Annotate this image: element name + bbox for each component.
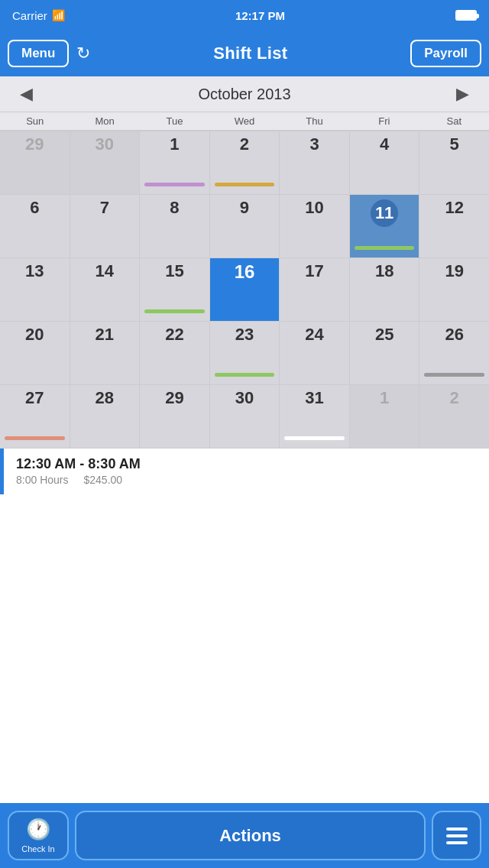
dow-tue: Tue	[140, 112, 209, 130]
calendar-day[interactable]: 1	[350, 385, 419, 448]
dow-mon: Mon	[70, 112, 139, 130]
calendar-day[interactable]: 21	[70, 322, 140, 384]
calendar-day[interactable]: 16	[210, 258, 280, 321]
header: Menu ↻ Shift List Payroll	[0, 31, 489, 76]
day-number: 22	[165, 326, 183, 343]
calendar-day[interactable]: 3	[280, 131, 349, 194]
calendar-day[interactable]: 25	[350, 322, 419, 384]
day-number: 21	[96, 326, 114, 343]
month-title: October 2013	[198, 86, 290, 103]
dow-thu: Thu	[280, 112, 349, 130]
calendar-day[interactable]: 24	[280, 322, 349, 384]
calendar-day[interactable]: 14	[70, 258, 140, 321]
status-left: Carrier 📶	[12, 9, 65, 22]
calendar-day[interactable]: 15	[140, 258, 209, 321]
calendar-day[interactable]: 29	[140, 385, 209, 448]
calendar-day[interactable]: 13	[0, 258, 70, 321]
day-number: 3	[309, 136, 319, 153]
day-number: 28	[96, 390, 114, 406]
day-number: 2	[240, 136, 249, 153]
empty-area	[0, 494, 489, 647]
shift-time-range: 12:30 AM - 8:30 AM	[16, 456, 477, 472]
day-number: 27	[25, 390, 44, 406]
day-number: 17	[305, 263, 323, 280]
event-bar	[5, 436, 65, 440]
checkin-button[interactable]: 🕐 Check In	[8, 811, 69, 860]
calendar-day[interactable]: 27	[0, 385, 70, 448]
day-number: 18	[375, 263, 393, 280]
calendar-day[interactable]: 28	[70, 385, 140, 448]
event-bar	[144, 183, 205, 186]
header-left: Menu ↻	[8, 40, 90, 67]
checkin-label: Check In	[21, 844, 54, 853]
calendar-day[interactable]: 26	[419, 322, 489, 384]
day-number: 4	[380, 136, 389, 153]
calendar-grid: 2930123456789101112131415161718192021222…	[0, 131, 489, 448]
calendar-day[interactable]: 17	[280, 258, 349, 321]
day-of-week-row: Sun Mon Tue Wed Thu Fri Sat	[0, 112, 489, 131]
day-number: 8	[170, 199, 179, 216]
prev-month-button[interactable]: ◀	[12, 84, 40, 104]
day-number: 1	[380, 390, 389, 406]
calendar-day[interactable]: 7	[70, 195, 140, 257]
calendar: ◀ October 2013 ▶ Sun Mon Tue Wed Thu Fri…	[0, 76, 489, 449]
payroll-button[interactable]: Payroll	[410, 40, 481, 67]
day-number: 13	[25, 263, 44, 280]
day-number: 7	[100, 199, 109, 216]
bottom-toolbar: 🕐 Check In Actions	[0, 803, 489, 868]
calendar-day[interactable]: 1	[140, 131, 209, 194]
day-number: 10	[305, 199, 323, 216]
day-number: 30	[96, 136, 114, 153]
calendar-day[interactable]: 30	[210, 385, 280, 448]
day-number: 19	[445, 263, 463, 280]
calendar-day[interactable]: 12	[419, 195, 489, 257]
dow-wed: Wed	[209, 112, 279, 130]
event-bar	[284, 436, 345, 440]
day-number: 15	[165, 263, 183, 280]
battery-icon	[455, 10, 477, 21]
calendar-day[interactable]: 20	[0, 322, 70, 384]
refresh-icon[interactable]: ↻	[76, 44, 90, 63]
calendar-day[interactable]: 8	[140, 195, 209, 257]
status-right	[455, 10, 477, 21]
calendar-day[interactable]: 5	[419, 131, 489, 194]
day-number: 29	[165, 390, 183, 406]
day-number: 2	[450, 390, 459, 406]
calendar-day[interactable]: 4	[350, 131, 419, 194]
actions-button[interactable]: Actions	[75, 811, 426, 860]
day-number: 30	[235, 390, 254, 406]
calendar-day[interactable]: 23	[210, 322, 280, 384]
calendar-day[interactable]: 11	[350, 195, 419, 257]
day-number: 31	[305, 390, 323, 406]
actions-label: Actions	[219, 826, 281, 846]
day-number: 29	[25, 136, 44, 153]
calendar-day[interactable]: 22	[140, 322, 209, 384]
calendar-day[interactable]: 19	[419, 258, 489, 321]
month-nav: ◀ October 2013 ▶	[0, 76, 489, 112]
page-title: Shift List	[213, 44, 287, 63]
shift-hours: 8:00 Hours	[16, 474, 68, 486]
day-number: 20	[25, 326, 44, 343]
battery-fill	[457, 11, 475, 19]
calendar-day[interactable]: 30	[70, 131, 140, 194]
wifi-icon: 📶	[52, 9, 65, 21]
status-bar: Carrier 📶 12:17 PM	[0, 0, 489, 31]
calendar-day[interactable]: 10	[280, 195, 349, 257]
calendar-day[interactable]: 2	[210, 131, 280, 194]
status-time: 12:17 PM	[235, 9, 285, 22]
menu-button[interactable]: Menu	[8, 40, 69, 67]
calendar-day[interactable]: 29	[0, 131, 70, 194]
shift-pay: $245.00	[83, 474, 122, 486]
menu-icon-button[interactable]	[432, 811, 481, 860]
day-number: 23	[235, 326, 254, 343]
hamburger-icon	[446, 828, 468, 844]
calendar-day[interactable]: 2	[419, 385, 489, 448]
calendar-day[interactable]: 31	[280, 385, 349, 448]
next-month-button[interactable]: ▶	[449, 84, 477, 104]
carrier-label: Carrier	[12, 9, 47, 22]
calendar-day[interactable]: 9	[210, 195, 280, 257]
clock-icon: 🕐	[26, 818, 50, 841]
calendar-day[interactable]: 18	[350, 258, 419, 321]
day-number: 12	[445, 199, 463, 216]
calendar-day[interactable]: 6	[0, 195, 70, 257]
